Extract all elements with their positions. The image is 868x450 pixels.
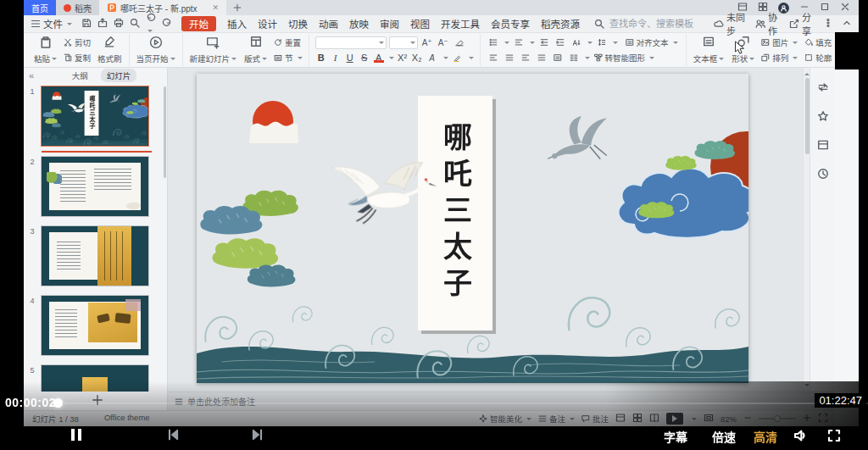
print-button[interactable] <box>114 18 124 30</box>
format-painter-button[interactable]: 格式刷 <box>95 34 125 66</box>
italic-button[interactable]: I <box>330 53 342 63</box>
normal-view-button[interactable] <box>615 413 626 425</box>
more-menu-button[interactable] <box>823 18 833 30</box>
decrease-font-button[interactable]: A⁻ <box>437 36 450 49</box>
menu-file[interactable]: 文件 <box>31 17 72 31</box>
fullscreen-view-button[interactable] <box>818 413 828 425</box>
new-tab-button[interactable] <box>226 0 248 15</box>
strikethrough-button[interactable]: S <box>359 53 370 63</box>
zoom-slider-knob[interactable] <box>774 415 781 422</box>
menu-tab-insert[interactable]: 插入 <box>227 17 247 31</box>
comments-button[interactable]: 批注 <box>581 413 609 425</box>
increase-indent-button[interactable] <box>554 36 567 49</box>
command-search-input[interactable] <box>608 18 708 30</box>
slide-sorter-view-button[interactable] <box>632 413 643 425</box>
section-button[interactable]: 节 <box>272 51 304 64</box>
align-text-button[interactable]: 对齐文本 <box>624 36 680 49</box>
align-center-button[interactable] <box>503 51 516 64</box>
save-button[interactable] <box>81 18 92 30</box>
close-tab-icon[interactable]: ✕ <box>212 3 219 12</box>
slideshow-play-button[interactable] <box>666 413 683 425</box>
thumbnail-list[interactable]: 1 哪吒三太子 2 <box>24 82 167 392</box>
text-box-button[interactable]: 文本框 <box>691 34 727 66</box>
slide-thumbnail-1[interactable]: 1 哪吒三太子 <box>24 86 167 147</box>
scroll-down-icon[interactable] <box>804 384 810 389</box>
menu-tab-docer-resources[interactable]: 稻壳资源 <box>541 17 580 31</box>
bullet-list-button[interactable] <box>487 36 500 49</box>
task-pane-icon[interactable] <box>817 81 829 97</box>
underline-button[interactable]: U <box>344 53 356 63</box>
justify-button[interactable] <box>535 51 548 64</box>
slide-1[interactable]: 哪吒三太子 <box>197 74 748 383</box>
menu-tab-home[interactable]: 开始 <box>181 16 216 31</box>
convert-smart-graphic-button[interactable]: 转智能图形 <box>593 51 657 64</box>
new-slide-button[interactable]: 新建幻灯片 <box>187 34 240 66</box>
slide-layout-button[interactable]: 版式 <box>242 34 270 66</box>
menu-tab-slideshow[interactable]: 放映 <box>349 17 369 31</box>
slide-thumbnail-3[interactable]: 3 <box>24 225 167 286</box>
theme-name[interactable]: Office theme <box>104 413 150 425</box>
text-effects-button[interactable]: A <box>426 51 439 64</box>
redo-button[interactable] <box>162 18 172 30</box>
paste-button[interactable]: 粘贴 <box>31 34 59 66</box>
align-left-button[interactable] <box>487 51 500 64</box>
numbered-list-button[interactable] <box>512 36 526 49</box>
tab-home[interactable]: 首页 <box>24 0 56 15</box>
menu-tab-devtools[interactable]: 开发工具 <box>441 17 480 31</box>
tab-slides[interactable]: 幻灯片 <box>101 69 137 82</box>
menu-tab-membership[interactable]: 会员专享 <box>491 17 530 31</box>
volume-button[interactable] <box>793 429 807 446</box>
menu-tab-transition[interactable]: 切换 <box>288 17 308 31</box>
add-slide-button[interactable] <box>92 394 103 409</box>
command-search[interactable] <box>594 18 708 30</box>
menu-tab-review[interactable]: 审阅 <box>380 17 399 31</box>
notes-bar[interactable]: 单击此处添加备注 <box>168 392 835 410</box>
reset-slide-button[interactable]: 重置 <box>272 36 304 49</box>
zoom-in-button[interactable] <box>803 414 811 424</box>
slide-thumbnail-4[interactable]: 4 <box>24 295 167 356</box>
fit-window-button[interactable] <box>704 413 714 425</box>
reading-view-button[interactable] <box>649 413 659 425</box>
font-size-select[interactable] <box>389 36 418 49</box>
arrange-button[interactable]: 排列 <box>760 51 799 64</box>
slide-thumbnail-2[interactable]: 2 <box>24 156 167 217</box>
columns-button[interactable] <box>567 51 581 64</box>
picture-button[interactable]: 图片 <box>760 36 799 49</box>
highlight-color-button[interactable] <box>451 51 465 64</box>
cut-button[interactable]: 剪切 <box>62 36 92 49</box>
favorites-icon[interactable] <box>817 110 829 125</box>
quality-button[interactable]: 高清 <box>754 428 777 445</box>
menu-tab-animation[interactable]: 动画 <box>319 17 338 31</box>
decrease-indent-button[interactable] <box>537 36 551 49</box>
zoom-level[interactable]: 82% <box>721 414 737 424</box>
notes-toggle-button[interactable]: 备注 <box>538 413 575 425</box>
pause-button[interactable] <box>71 429 81 441</box>
increase-font-button[interactable]: A⁺ <box>420 36 434 49</box>
collapse-ribbon-button[interactable] <box>842 18 852 30</box>
subscript-button[interactable]: X₂ <box>411 53 423 63</box>
superscript-button[interactable]: X² <box>397 53 409 63</box>
copy-button[interactable]: 复制 <box>62 51 92 64</box>
slide-title-textbox[interactable]: 哪吒三太子 <box>418 96 492 330</box>
smart-beautify-button[interactable]: 智能美化 <box>479 413 531 425</box>
export-button[interactable] <box>97 18 108 30</box>
canvas-scrollbar[interactable] <box>803 68 810 392</box>
play-from-current-button[interactable]: 当页开始 <box>134 34 178 66</box>
text-direction-button[interactable] <box>570 36 583 49</box>
bold-button[interactable]: B <box>315 53 327 63</box>
panel-scrollbar[interactable] <box>164 86 166 178</box>
print-preview-button[interactable] <box>130 18 140 30</box>
line-spacing-button[interactable] <box>595 36 609 49</box>
slide-thumbnail-5[interactable]: 5 <box>24 364 167 392</box>
font-family-select[interactable] <box>315 36 387 49</box>
subtitles-button[interactable]: 字幕 <box>664 428 687 445</box>
distribute-button[interactable] <box>551 51 565 64</box>
playback-speed-button[interactable]: 倍速 <box>712 428 736 445</box>
align-right-button[interactable] <box>519 51 532 64</box>
clear-format-button[interactable] <box>453 36 466 49</box>
undo-button[interactable] <box>146 13 156 35</box>
tab-outline[interactable]: 大纲 <box>66 69 94 82</box>
zoom-slider[interactable] <box>759 418 796 419</box>
editing-canvas[interactable]: 哪吒三太子 <box>168 68 803 392</box>
next-frame-button[interactable] <box>251 428 264 445</box>
